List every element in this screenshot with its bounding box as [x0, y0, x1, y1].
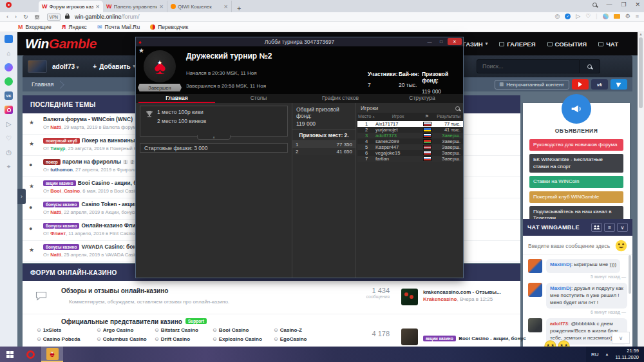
telegram-button[interactable] — [611, 79, 627, 90]
scroll-thumb[interactable] — [639, 37, 643, 108]
taskbar-clock[interactable]: 21:59 11.11.2020 — [616, 348, 639, 361]
topic-author[interactable]: tuthomon — [50, 167, 73, 173]
start-button[interactable] — [0, 347, 19, 362]
casino-link[interactable]: ⊖Booi Casino — [213, 327, 249, 333]
topic-page-link[interactable]: 2 — [130, 160, 135, 164]
profile-icon[interactable] — [603, 14, 609, 19]
players-search-icon[interactable] — [455, 106, 460, 111]
tab-close-icon[interactable]: ✕ — [159, 4, 164, 10]
lobby-maximize-button[interactable]: □ — [436, 38, 446, 45]
vpn-on-icon[interactable]: ✓ — [565, 14, 571, 19]
taskbar-pokerstars[interactable]: ♠★ — [41, 347, 63, 362]
casino-link[interactable]: ⊖Columbus Casino — [97, 336, 147, 342]
window-close-button[interactable]: ✕ — [635, 1, 640, 8]
tray-expand-icon[interactable]: ▲ — [605, 352, 609, 356]
history-icon[interactable]: ◷ — [5, 148, 13, 157]
topic-page-link[interactable]: 1 — [123, 160, 128, 164]
casino-link[interactable]: ⊖1xSlots — [37, 327, 61, 333]
player-row[interactable]: 1Alx17171777 тыс. — [357, 121, 463, 127]
window-restore-button[interactable]: ❐ — [621, 1, 626, 8]
collapse-panel-icon[interactable]: ∧ — [197, 135, 231, 140]
search-button[interactable] — [580, 59, 600, 73]
language-indicator[interactable]: RU — [591, 352, 599, 357]
unread-content-button[interactable]: ▥Непрочитанный контент — [495, 80, 569, 90]
snapshot-icon[interactable]: ◎ — [554, 13, 560, 19]
casino-link[interactable]: ⊖Casino Pobeda — [37, 336, 80, 342]
reload-icon[interactable]: ↻ — [23, 14, 28, 20]
vk-sidebar-icon[interactable]: VK — [5, 91, 13, 100]
topic-author[interactable]: Natti — [50, 209, 61, 215]
chat-avatar[interactable] — [528, 318, 542, 332]
casino-link[interactable]: ⊖Casino-Z — [274, 327, 302, 333]
chat-scrollbar[interactable] — [629, 255, 631, 294]
lobby-minimize-button[interactable]: — — [424, 38, 435, 45]
flow-icon[interactable]: ▷ — [576, 13, 580, 19]
player-row[interactable]: 2yurjamojet41 тыс. — [357, 127, 463, 133]
casino-link[interactable]: ⊖Explosino Casino — [213, 336, 262, 342]
emoji-picker-icon[interactable] — [615, 240, 627, 252]
send-to-device-icon[interactable]: ▷ — [5, 120, 13, 128]
opera-logo-icon[interactable] — [6, 2, 12, 8]
lobby-tab-столы[interactable]: Столы — [218, 94, 299, 103]
last-post[interactable]: krakencassino.com - Отзывы... Krakencasi… — [423, 289, 501, 302]
url-text[interactable]: win-gamble.online/forum/ — [75, 14, 140, 20]
messenger-icon[interactable] — [5, 63, 13, 71]
menu-icon[interactable]: ≡ — [636, 13, 639, 19]
workspace-icon[interactable]: ⌂ — [5, 49, 13, 57]
topic-title[interactable]: пароли на фрироллы — [62, 158, 121, 165]
bookmark-item[interactable]: MВходящие — [18, 24, 52, 30]
chat-users-button[interactable] — [591, 223, 602, 232]
casino-link[interactable]: ⊖EgoCasino — [274, 336, 307, 342]
browser-search-icon[interactable] — [592, 3, 597, 7]
last-post-2[interactable]: акции казино Booi Casino - акции, бонус — [423, 331, 526, 343]
topic-author[interactable]: Тимур — [50, 146, 65, 151]
chat-list-button[interactable]: ≡ — [604, 223, 615, 232]
youtube-button[interactable] — [572, 79, 589, 90]
lobby-title-bar[interactable]: ♠ Лобби турнира 3047373697 — □ ✕ — [136, 37, 463, 46]
player-row[interactable]: 4sanek2699Заверш. — [357, 138, 463, 144]
back-icon[interactable]: ‹ — [6, 14, 8, 20]
forward-icon[interactable]: › — [15, 14, 17, 20]
sidebar-expander[interactable]: › — [17, 189, 26, 204]
lobby-tab-структура[interactable]: Структура — [381, 94, 463, 103]
player-row[interactable]: 6vegajoke15Заверш. — [357, 150, 463, 156]
forum-title[interactable]: Обзоры и отзывы онлайн-казино — [61, 287, 168, 294]
last-post-avatar[interactable] — [401, 289, 418, 305]
chat-scroll-down-button[interactable]: ∨ — [612, 332, 630, 344]
announcement-button[interactable]: БК WINGamble - Бесплатные ставки на спор… — [529, 154, 623, 173]
whatsapp-icon[interactable] — [5, 77, 13, 86]
pinboard-icon[interactable]: ⌖ — [5, 162, 13, 171]
nav-item-3[interactable]: СОБЫТИЯ — [547, 41, 587, 48]
window-minimize-button[interactable]: — — [606, 1, 612, 8]
players-table-header[interactable]: Место ∧ Игрок ⚑ Результаты — [357, 113, 463, 121]
chat-author[interactable]: MaximDj — [550, 262, 571, 267]
chat-message-input[interactable] — [528, 243, 615, 249]
chat-avatar[interactable] — [528, 283, 542, 297]
bookmark-item[interactable]: ✉Почта Mail.Ru — [97, 24, 140, 30]
browser-tab[interactable]: WФорум игроков казино - \✕ — [39, 1, 103, 12]
site-logo[interactable]: WinGamble — [25, 36, 97, 52]
nav-item-2[interactable]: ГАЛЕРЕЯ — [499, 41, 535, 48]
vk-button[interactable]: vk — [591, 79, 608, 90]
new-tab-button[interactable]: + — [237, 5, 241, 12]
chat-author[interactable]: adolf73 — [550, 321, 568, 327]
lobby-close-button[interactable]: ✕ — [448, 38, 462, 45]
extensions-icon[interactable]: ⚙ — [625, 13, 630, 19]
bookmark-item[interactable]: ЯЯндекс — [62, 24, 87, 30]
chat-collapse-button[interactable]: ∨ — [617, 223, 628, 232]
user-menu[interactable]: adolf73 ▾ — [52, 63, 79, 70]
speed-dial-tab-icon[interactable] — [5, 35, 13, 43]
lobby-tab-главная[interactable]: Главная — [136, 94, 218, 103]
casino-link[interactable]: ⊖Argo Casino — [97, 327, 133, 333]
instagram-icon[interactable] — [5, 106, 13, 114]
tab-close-icon[interactable]: ✕ — [223, 4, 228, 10]
bookmark-item[interactable]: Переводчик — [150, 24, 188, 30]
breadcrumb[interactable]: Главная — [32, 81, 53, 88]
nav-item-4[interactable]: ЧАТ — [598, 41, 618, 48]
lobby-tab-график-стеков[interactable]: График стеков — [299, 94, 381, 103]
add-content-button[interactable]: +Добавить ▾ — [93, 63, 135, 70]
bookmark-heart-icon[interactable]: ♡ — [585, 13, 591, 19]
topic-title[interactable]: Валюта форума - WINCoin (WNC) — [43, 116, 133, 122]
announcement-button[interactable]: Покерный клуб WINGamble — [529, 191, 623, 203]
user-avatar[interactable] — [28, 60, 47, 73]
